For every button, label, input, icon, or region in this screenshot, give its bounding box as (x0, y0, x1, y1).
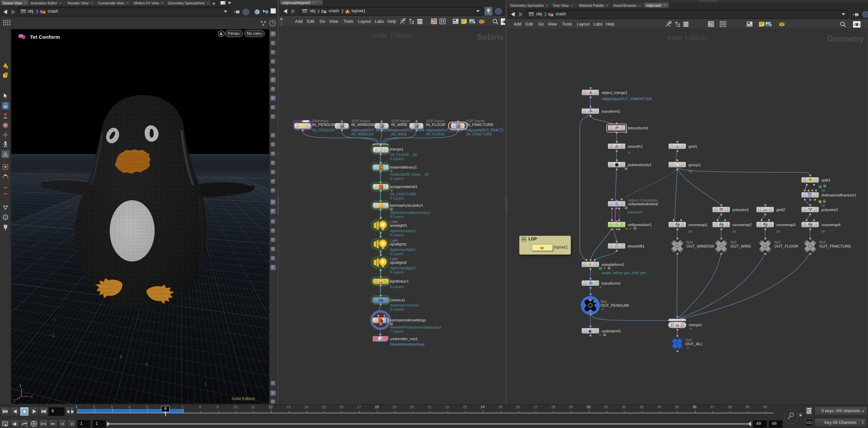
svg-text:y: y (19, 383, 21, 388)
svg-text:0: 0 (120, 354, 122, 360)
svg-text:1: 1 (204, 382, 207, 387)
svg-text:-1: -1 (51, 317, 56, 322)
svg-text:-1: -1 (49, 333, 55, 338)
svg-text:?: ? (272, 21, 274, 26)
svg-text:0: 0 (145, 362, 148, 367)
svg-text:x: x (31, 394, 33, 399)
svg-text:z: z (13, 398, 15, 403)
